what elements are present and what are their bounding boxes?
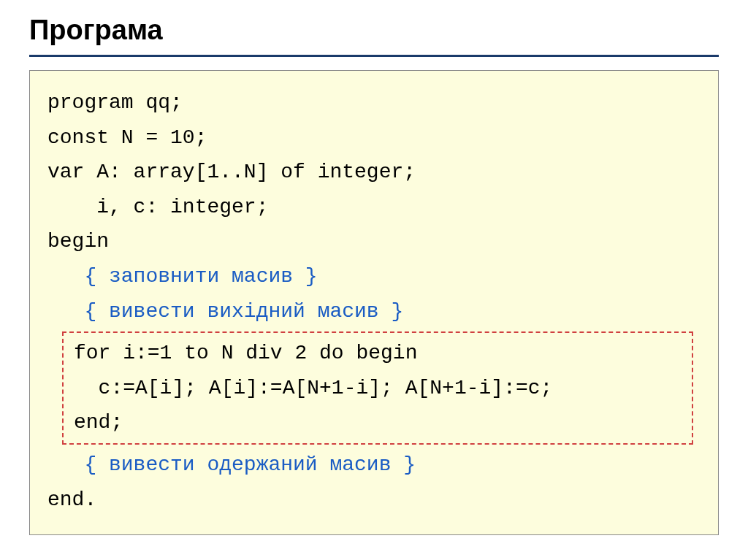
highlighted-code-box: for i:=1 to N div 2 do begin c:=A[i]; A[…	[62, 331, 693, 445]
code-comment: { вивести одержаний масив }	[47, 448, 701, 483]
code-line: const N = 10;	[47, 120, 701, 156]
slide-title: Програма	[29, 15, 719, 57]
code-line: var A: array[1..N] of integer;	[47, 155, 701, 190]
code-line: c:=A[i]; A[i]:=A[N+1-i]; A[N+1-i]:=c;	[74, 371, 684, 406]
code-comment: { заповнити масив }	[47, 259, 701, 294]
code-line: for i:=1 to N div 2 do begin	[74, 336, 684, 371]
code-line: end.	[47, 483, 701, 518]
code-line: program qq;	[47, 85, 701, 120]
code-line: end;	[74, 405, 684, 440]
code-line: begin	[47, 224, 701, 259]
code-comment: { вивести вихідний масив }	[47, 294, 701, 329]
code-block: program qq; const N = 10; var A: array[1…	[29, 70, 719, 535]
code-line: i, c: integer;	[47, 190, 701, 225]
